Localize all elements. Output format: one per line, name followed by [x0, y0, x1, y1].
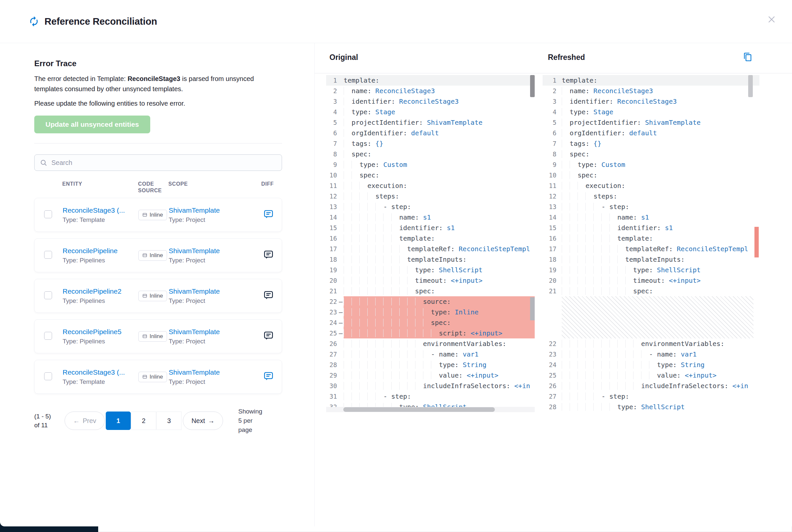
line-number: 6	[542, 128, 562, 138]
line-number: 15	[326, 223, 344, 233]
row-checkbox[interactable]	[44, 372, 52, 380]
row-checkbox[interactable]	[44, 251, 52, 259]
line-number: 22–	[326, 296, 344, 307]
original-label: Original	[329, 53, 358, 62]
line-number: 11	[326, 180, 344, 191]
line-number: 13	[326, 202, 344, 212]
code-source-label: Inline	[150, 252, 163, 259]
search-box[interactable]	[34, 154, 282, 171]
scope-link[interactable]: ShivamTemplate	[169, 368, 243, 376]
line-number: 8	[326, 149, 344, 159]
line-number: 12	[326, 191, 344, 202]
code-line: 18 templateInputs:	[542, 254, 759, 265]
line-number: 19	[542, 265, 562, 275]
copy-icon[interactable]	[742, 52, 753, 63]
diff-headers: Original Refreshed	[315, 43, 792, 73]
line-number: 1	[326, 75, 344, 86]
next-page-button[interactable]: Next→	[183, 412, 223, 430]
update-all-unsynced-button[interactable]: Update all unsynced entities	[34, 116, 150, 133]
entity-link[interactable]: ReconcilePipeline2	[62, 287, 137, 295]
code-source-label: Inline	[150, 212, 163, 218]
line-number: 28	[326, 360, 344, 370]
diff-icon[interactable]	[263, 249, 274, 261]
page-button-2[interactable]: 2	[131, 412, 156, 430]
collapsed-removed-block	[542, 296, 759, 338]
line-number: 26	[542, 381, 562, 391]
line-number: 21	[326, 286, 344, 296]
error-instruction: Please update the following entities to …	[34, 98, 282, 109]
diff-icon[interactable]	[263, 209, 274, 220]
prev-page-button[interactable]: ←Prev	[65, 412, 105, 430]
code-source-label: Inline	[150, 374, 163, 380]
diff-cell	[262, 371, 282, 383]
overview-removed-marker	[754, 227, 759, 258]
right-arrow-icon: →	[208, 417, 215, 425]
code-line: 11 execution:	[326, 180, 535, 191]
header-checkbox-spacer	[34, 181, 62, 194]
code-line: 12 steps:	[326, 191, 535, 202]
code-line: 21 spec:	[542, 286, 759, 296]
scope-link[interactable]: ShivamTemplate	[169, 247, 243, 255]
code-line: 6 orgIdentifier: default	[542, 128, 759, 138]
line-number: 2	[326, 86, 344, 96]
code-line: 23 - name: var1	[542, 349, 759, 360]
diff-icon[interactable]	[263, 330, 274, 341]
left-arrow-icon: ←	[73, 417, 80, 425]
code-line: 17 templateRef: ReconcileStepTempl	[326, 244, 535, 254]
code-line: 8 spec:	[326, 149, 535, 159]
scope-link[interactable]: ShivamTemplate	[169, 206, 243, 214]
row-checkbox[interactable]	[44, 210, 52, 218]
line-number: 4	[542, 107, 562, 117]
code-line: 14 name: s1	[542, 212, 759, 223]
code-line: 15 identifier: s1	[326, 223, 535, 233]
entity-link[interactable]: ReconcilePipeline5	[62, 328, 137, 336]
close-icon[interactable]	[766, 14, 777, 26]
entity-link[interactable]: ReconcileStage3 (...	[62, 206, 137, 214]
code-source-cell: Inline	[139, 210, 169, 220]
code-line: 28 type: ShellScript	[542, 402, 759, 412]
entity-type: Type: Template	[62, 378, 139, 385]
horizontal-scrollbar-thumb[interactable]	[343, 407, 495, 412]
line-number: 27	[326, 349, 344, 360]
code-line: 10 spec:	[326, 170, 535, 180]
pagination: (1 - 5) of 11 ←Prev 123 Next→ Showing 5 …	[34, 407, 282, 435]
error-description-prefix: The error detected in Template:	[34, 75, 128, 82]
scope-link[interactable]: ShivamTemplate	[169, 328, 243, 336]
code-line: 3 identifier: ReconcileStage3	[326, 96, 535, 107]
entity-link[interactable]: ReconcilePipeline	[62, 247, 137, 255]
line-number: 3	[542, 96, 562, 107]
code-line: 19 type: ShellScript	[326, 265, 535, 275]
inline-icon	[142, 334, 147, 339]
checkbox-cell	[35, 332, 62, 341]
scope-link[interactable]: ShivamTemplate	[169, 287, 243, 295]
line-number: 9	[326, 159, 344, 170]
search-input[interactable]	[51, 159, 276, 167]
code-line: 2 name: ReconcileStage3	[542, 86, 759, 96]
sync-icon	[28, 16, 39, 27]
refreshed-code-panel: 1template:2 name: ReconcileStage33 ident…	[542, 75, 759, 412]
page-button-3[interactable]: 3	[156, 412, 182, 430]
entity-cell: ReconcileStage3 (... Type: Template	[62, 368, 139, 385]
vertical-scrollbar-thumb[interactable]	[748, 75, 753, 97]
line-number: 1	[542, 75, 562, 86]
horizontal-scrollbar[interactable]	[326, 407, 535, 412]
diff-icon[interactable]	[263, 290, 274, 301]
entity-cell: ReconcileStage3 (... Type: Template	[62, 206, 139, 224]
entity-link[interactable]: ReconcileStage3 (...	[62, 368, 137, 376]
row-checkbox[interactable]	[44, 291, 52, 299]
page-button-1[interactable]: 1	[106, 412, 131, 430]
line-number: 24–	[326, 317, 344, 328]
code-line: 15 identifier: s1	[542, 223, 759, 233]
line-number: 17	[326, 244, 344, 254]
line-number: 10	[326, 170, 344, 180]
removed-line-marker: –	[339, 317, 343, 328]
diff-icon[interactable]	[263, 371, 274, 382]
code-line: 16 template:	[542, 233, 759, 244]
scope-type: Type: Project	[169, 297, 262, 305]
line-number: 25	[542, 370, 562, 381]
code-line: 23– type: Inline	[326, 307, 535, 317]
table-row: ReconcilePipeline Type: Pipelines Inline…	[34, 238, 282, 272]
row-checkbox[interactable]	[44, 332, 52, 340]
vertical-scrollbar-thumb[interactable]	[530, 75, 535, 97]
line-number: 13	[542, 202, 562, 212]
